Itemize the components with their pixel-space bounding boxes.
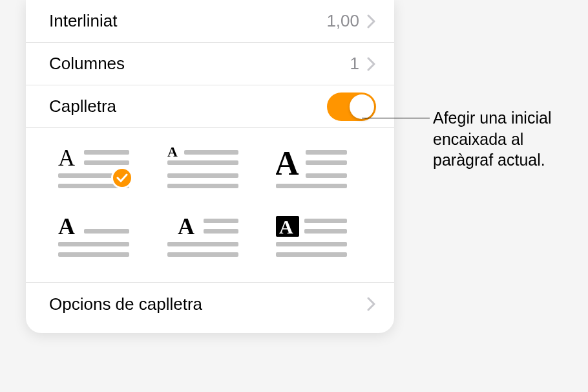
svg-rect-28 (276, 242, 347, 246)
svg-rect-27 (304, 229, 347, 234)
row-opcions-caplletra[interactable]: Opcions de caplletra (26, 283, 394, 325)
svg-text:A: A (58, 146, 75, 171)
chevron-right-icon (367, 297, 376, 311)
dropcap-style-2[interactable]: A (167, 146, 238, 195)
svg-rect-20 (204, 219, 238, 223)
chevron-right-icon (367, 57, 376, 71)
svg-rect-11 (306, 150, 347, 155)
opcions-label: Opcions de caplletra (49, 294, 202, 314)
columnes-label: Columnes (49, 54, 125, 74)
toggle-knob (350, 94, 374, 119)
svg-rect-21 (204, 229, 238, 234)
dropcap-style-6[interactable]: A (276, 215, 347, 264)
svg-text:A: A (58, 215, 75, 239)
svg-rect-2 (84, 160, 129, 165)
svg-rect-1 (84, 150, 129, 155)
svg-text:A: A (276, 146, 299, 182)
svg-rect-7 (167, 160, 238, 165)
columnes-value-group: 1 (350, 54, 376, 74)
chevron-right-icon (367, 14, 376, 28)
row-columnes[interactable]: Columnes 1 (26, 43, 394, 85)
svg-text:A: A (178, 215, 194, 239)
dropcap-styles-grid: A A A (26, 128, 394, 283)
svg-rect-6 (184, 150, 238, 155)
interliniat-value: 1,00 (326, 11, 359, 31)
row-caplletra: Caplletra (26, 85, 394, 128)
svg-rect-16 (84, 229, 129, 234)
dropcap-style-5[interactable]: A (167, 215, 238, 264)
callout-connector-line (362, 118, 430, 118)
callout-text: Afegir una inicial encaixada al paràgraf… (433, 107, 575, 171)
interliniat-label: Interliniat (49, 11, 118, 31)
svg-rect-12 (306, 160, 347, 165)
svg-rect-18 (58, 252, 129, 257)
svg-text:A: A (279, 216, 293, 237)
svg-text:A: A (167, 146, 178, 160)
svg-rect-29 (276, 252, 347, 257)
columnes-value: 1 (350, 54, 359, 74)
interliniat-value-group: 1,00 (326, 11, 376, 31)
svg-rect-17 (58, 242, 129, 246)
format-panel: Interliniat 1,00 Columnes 1 Caplletra A (26, 0, 394, 333)
dropcap-style-1[interactable]: A (58, 146, 129, 195)
row-interliniat[interactable]: Interliniat 1,00 (26, 0, 394, 43)
dropcap-style-4[interactable]: A (58, 215, 129, 264)
caplletra-label: Caplletra (49, 96, 116, 116)
svg-rect-26 (304, 219, 347, 223)
caplletra-toggle[interactable] (327, 93, 376, 121)
svg-rect-13 (306, 173, 347, 178)
svg-rect-22 (167, 242, 238, 246)
svg-rect-14 (276, 184, 347, 188)
svg-rect-8 (167, 173, 238, 178)
dropcap-style-3[interactable]: A (276, 146, 347, 195)
check-icon (111, 167, 133, 189)
svg-rect-23 (167, 252, 238, 257)
svg-rect-9 (167, 184, 238, 188)
